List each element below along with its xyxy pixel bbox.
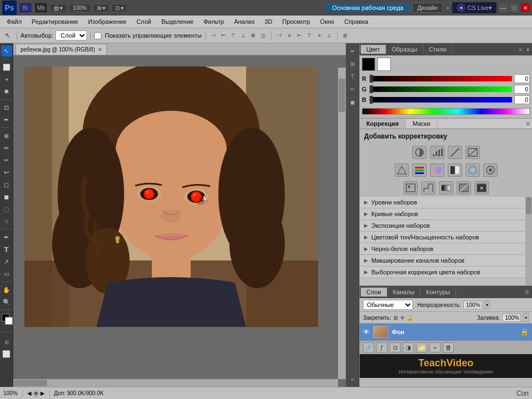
menu-item-анализ[interactable]: Анализ bbox=[229, 17, 259, 26]
color-panel-tab-образцы[interactable]: Образцы bbox=[386, 45, 423, 54]
dist-left-icon[interactable]: ⊣ bbox=[275, 31, 284, 40]
layer-item[interactable]: 👁 Фон 🔒 bbox=[360, 324, 532, 340]
list-item[interactable]: ▶Кривые наборов bbox=[360, 208, 532, 220]
extend-panels-button[interactable]: » bbox=[445, 5, 451, 11]
opacity-value[interactable] bbox=[463, 301, 482, 309]
blend-mode-select[interactable]: Обычные bbox=[363, 300, 413, 310]
fill-value[interactable] bbox=[502, 314, 521, 322]
minimize-button[interactable]: — bbox=[499, 3, 508, 12]
align-top-icon[interactable]: ⊥ bbox=[239, 31, 248, 40]
curves-icon[interactable] bbox=[448, 146, 462, 159]
dist-right-icon[interactable]: ⊢ bbox=[295, 31, 304, 40]
menu-item-выделение[interactable]: Выделение bbox=[157, 17, 198, 26]
healing-tool[interactable]: ⊕ bbox=[1, 130, 12, 141]
menu-item-3d[interactable]: 3D bbox=[260, 17, 277, 26]
fill-arrow[interactable]: ▾ bbox=[523, 313, 529, 322]
vertical-scrollbar[interactable] bbox=[338, 68, 346, 379]
next-page-icon[interactable]: ▶ bbox=[40, 390, 45, 396]
gradient-tool[interactable]: ◼ bbox=[1, 191, 12, 202]
extra-button[interactable]: ⊡ ▾ bbox=[111, 4, 127, 12]
view-mode-button[interactable]: ⬜ bbox=[1, 349, 12, 360]
layer-tab-каналы[interactable]: Каналы bbox=[387, 288, 421, 296]
document-tab[interactable]: ребенок.jpg @ 100% (RGB/8) ✕ bbox=[16, 44, 107, 55]
panel-menu-button[interactable]: ≡ bbox=[517, 47, 524, 53]
list-item[interactable]: ▶Черно-белое наборов bbox=[360, 243, 532, 255]
eyedropper-tool[interactable]: ✒ bbox=[1, 114, 12, 125]
menu-item-справка[interactable]: Справка bbox=[340, 17, 372, 26]
panel-arrow-icon[interactable]: » bbox=[347, 374, 358, 385]
posterize-icon[interactable] bbox=[403, 181, 418, 195]
lock-pixels-icon[interactable]: ⊞ bbox=[393, 315, 398, 321]
lasso-tool[interactable]: ⌖ bbox=[1, 74, 12, 85]
b-value-input[interactable]: 0 bbox=[514, 95, 530, 104]
foreground-swatch[interactable] bbox=[362, 58, 375, 71]
background-swatch[interactable] bbox=[377, 58, 391, 71]
maximize-button[interactable]: □ bbox=[510, 3, 519, 12]
brightness-contrast-icon[interactable] bbox=[412, 146, 427, 159]
layer-tab-слои[interactable]: Слои bbox=[361, 288, 387, 296]
quick-mask-button[interactable]: ⊙ bbox=[1, 336, 12, 347]
levels-icon[interactable] bbox=[430, 146, 444, 159]
dist-bottom-icon[interactable]: ⊥ bbox=[325, 31, 334, 40]
text-tool[interactable]: T bbox=[1, 244, 12, 255]
canvas-image[interactable] bbox=[24, 66, 318, 327]
list-item[interactable]: ▶Цветовой тон/Насыщенность наборов bbox=[360, 232, 532, 243]
crop-tool[interactable]: ⊡ bbox=[1, 102, 12, 113]
blur-tool[interactable]: ◌ bbox=[1, 203, 12, 214]
gradientmap-icon[interactable] bbox=[439, 181, 453, 195]
arrange-button[interactable]: ⊞ ▾ bbox=[93, 4, 109, 12]
align-center-icon[interactable]: ⊢ bbox=[219, 31, 228, 40]
layer-delete-tool[interactable]: 🗑 bbox=[443, 342, 454, 352]
blackwhite-icon[interactable] bbox=[448, 163, 462, 177]
show-controls-checkbox[interactable] bbox=[94, 32, 101, 39]
menu-item-изображение[interactable]: Изображение bbox=[84, 17, 131, 26]
lock-move-icon[interactable]: ✛ bbox=[400, 315, 405, 321]
threshold-icon[interactable] bbox=[421, 181, 436, 195]
r-slider[interactable] bbox=[370, 76, 512, 81]
levels-scrollbar[interactable] bbox=[525, 197, 532, 285]
dodge-tool[interactable]: ○ bbox=[1, 216, 12, 227]
color-panel-tab-стили[interactable]: Стили bbox=[423, 45, 453, 54]
dist-top-icon[interactable]: ⊤ bbox=[305, 31, 314, 40]
prev-page-icon[interactable]: ◀ bbox=[27, 390, 32, 396]
brush-tool[interactable]: ✏ bbox=[1, 142, 12, 154]
marquee-tool[interactable]: ⬜ bbox=[1, 62, 12, 73]
screen-mode-button[interactable]: ▤ ▾ bbox=[50, 4, 66, 12]
lock-all-icon[interactable]: 🔒 bbox=[407, 315, 413, 321]
h-scrollbar-thumb[interactable] bbox=[14, 380, 47, 386]
bridge-button[interactable]: Br bbox=[19, 2, 32, 13]
hsl-icon[interactable] bbox=[412, 163, 427, 177]
color-spectrum[interactable] bbox=[362, 108, 530, 115]
canvas-container[interactable] bbox=[13, 55, 346, 387]
path-select-tool[interactable]: ↗ bbox=[1, 256, 12, 267]
align-left-icon[interactable]: ⊣ bbox=[209, 31, 218, 40]
dist-vcenter-icon[interactable]: ≡ bbox=[315, 31, 324, 40]
list-item[interactable]: ▶Экспозиция наборов bbox=[360, 220, 532, 232]
align-right-icon[interactable]: ⊤ bbox=[229, 31, 238, 40]
list-item[interactable]: ▶Уровни наборов bbox=[360, 197, 532, 208]
layer-tab-контуры[interactable]: Контуры bbox=[421, 288, 456, 296]
layer-visibility-icon[interactable]: 👁 bbox=[363, 328, 370, 336]
clone-tool[interactable]: ✂ bbox=[1, 155, 12, 166]
panel-strip-icon3[interactable]: T bbox=[347, 71, 358, 82]
layer-style-tool[interactable]: ƒ bbox=[376, 342, 387, 352]
layer-new-tool[interactable]: + bbox=[429, 342, 441, 352]
cs-live-button[interactable]: ● CS Live▾ bbox=[452, 2, 497, 13]
align-vcenter-icon[interactable]: ⊞ bbox=[249, 31, 258, 40]
panel-strip-icon4[interactable]: ✏ bbox=[347, 84, 358, 95]
channelmix-icon[interactable] bbox=[483, 163, 498, 177]
color-panel-tab-цвет[interactable]: Цвет bbox=[361, 45, 386, 54]
layer-mask-tool[interactable]: ⊙ bbox=[390, 342, 401, 352]
b-slider[interactable] bbox=[370, 97, 512, 103]
panel-collapse-button[interactable]: ▾ bbox=[525, 47, 531, 53]
move-tool-option[interactable]: ↖ bbox=[2, 30, 13, 41]
transform-icon[interactable]: ⊞ bbox=[341, 31, 350, 40]
history-brush-tool[interactable]: ↩ bbox=[1, 167, 12, 178]
menu-item-файл[interactable]: Файл bbox=[2, 17, 26, 26]
layer-adjustment-tool[interactable]: ◑ bbox=[403, 342, 414, 352]
menu-item-просмотр[interactable]: Просмотр bbox=[278, 17, 314, 26]
layer-group-tool[interactable]: 📁 bbox=[416, 342, 427, 352]
panel-strip-icon2[interactable]: ⊞ bbox=[347, 58, 358, 69]
menu-item-слой[interactable]: Слой bbox=[132, 17, 156, 26]
zoom-display[interactable]: 100% bbox=[69, 4, 91, 12]
